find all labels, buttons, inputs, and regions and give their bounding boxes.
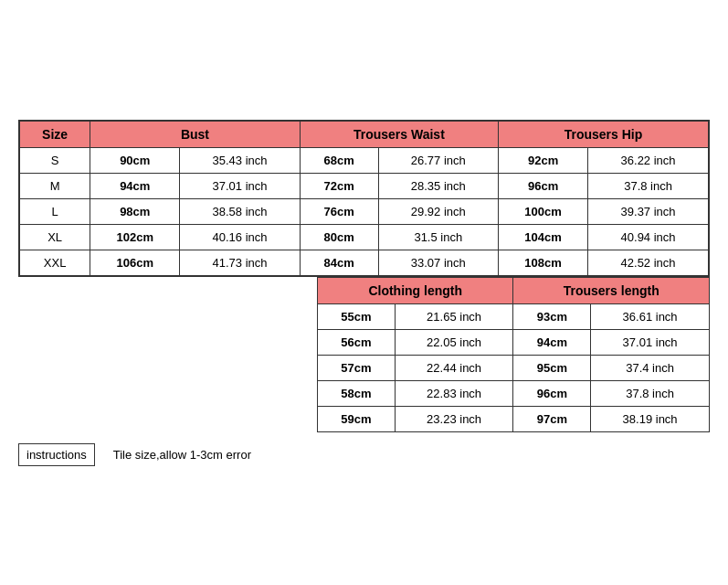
bottom-size-table: Clothing length Trousers length 55cm 21.… xyxy=(317,277,710,432)
size-cell: XL xyxy=(19,224,90,250)
tl-cm-cell: 93cm xyxy=(513,303,591,329)
instructions-text: Tile size,allow 1-3cm error xyxy=(113,448,251,462)
bust-cm-cell: 106cm xyxy=(90,250,180,276)
tl-inch-cell: 37.8 inch xyxy=(591,380,710,406)
table-row: XXL 106cm 41.73 inch 84cm 33.07 inch 108… xyxy=(19,250,709,276)
table-row: 57cm 22.44 inch 95cm 37.4 inch xyxy=(318,355,710,380)
hip-cm-cell: 104cm xyxy=(499,224,588,250)
table-row: L 98cm 38.58 inch 76cm 29.92 inch 100cm … xyxy=(19,198,709,224)
size-cell: S xyxy=(19,147,90,173)
bust-inch-cell: 35.43 inch xyxy=(180,147,300,173)
header-waist: Trousers Waist xyxy=(300,121,498,148)
bust-cm-cell: 94cm xyxy=(90,173,180,198)
bust-cm-cell: 98cm xyxy=(90,198,180,224)
cl-cm-cell: 58cm xyxy=(318,380,396,406)
tl-cm-cell: 94cm xyxy=(513,329,591,355)
tl-cm-cell: 96cm xyxy=(513,380,591,406)
table-row: XL 102cm 40.16 inch 80cm 31.5 inch 104cm… xyxy=(19,224,709,250)
header-size: Size xyxy=(19,121,90,148)
bust-inch-cell: 38.58 inch xyxy=(180,198,300,224)
hip-inch-cell: 37.8 inch xyxy=(588,173,709,198)
hip-cm-cell: 92cm xyxy=(499,147,588,173)
bust-inch-cell: 37.01 inch xyxy=(180,173,300,198)
bust-cm-cell: 90cm xyxy=(90,147,180,173)
hip-inch-cell: 40.94 inch xyxy=(588,224,709,250)
cl-inch-cell: 21.65 inch xyxy=(395,303,513,329)
waist-cm-cell: 80cm xyxy=(300,224,378,250)
header-hip: Trousers Hip xyxy=(499,121,709,148)
bust-cm-cell: 102cm xyxy=(90,224,180,250)
waist-cm-cell: 72cm xyxy=(300,173,378,198)
instructions-row: instructions Tile size,allow 1-3cm error xyxy=(18,443,710,466)
cl-cm-cell: 55cm xyxy=(318,303,396,329)
bust-inch-cell: 41.73 inch xyxy=(180,250,300,276)
bottom-section: Clothing length Trousers length 55cm 21.… xyxy=(18,277,710,432)
cl-cm-cell: 56cm xyxy=(318,329,396,355)
waist-inch-cell: 31.5 inch xyxy=(378,224,498,250)
cl-cm-cell: 57cm xyxy=(318,355,396,380)
hip-inch-cell: 42.52 inch xyxy=(588,250,709,276)
waist-inch-cell: 33.07 inch xyxy=(378,250,498,276)
hip-cm-cell: 108cm xyxy=(499,250,588,276)
size-cell: L xyxy=(19,198,90,224)
table-row: 55cm 21.65 inch 93cm 36.61 inch xyxy=(318,303,710,329)
tl-inch-cell: 37.01 inch xyxy=(591,329,710,355)
waist-cm-cell: 68cm xyxy=(300,147,378,173)
header-trousers-length: Trousers length xyxy=(513,277,710,303)
header-clothing-length: Clothing length xyxy=(318,277,513,303)
waist-inch-cell: 26.77 inch xyxy=(378,147,498,173)
header-bust: Bust xyxy=(90,121,301,148)
main-size-table: Size Bust Trousers Waist Trousers Hip S … xyxy=(18,120,710,277)
waist-cm-cell: 84cm xyxy=(300,250,378,276)
hip-inch-cell: 36.22 inch xyxy=(588,147,709,173)
hip-cm-cell: 96cm xyxy=(499,173,588,198)
cl-inch-cell: 23.23 inch xyxy=(395,406,513,431)
waist-inch-cell: 28.35 inch xyxy=(378,173,498,198)
waist-cm-cell: 76cm xyxy=(300,198,378,224)
cl-inch-cell: 22.83 inch xyxy=(395,380,513,406)
cl-inch-cell: 22.05 inch xyxy=(395,329,513,355)
table-row: 59cm 23.23 inch 97cm 38.19 inch xyxy=(318,406,710,431)
table-row: 56cm 22.05 inch 94cm 37.01 inch xyxy=(318,329,710,355)
tl-inch-cell: 37.4 inch xyxy=(591,355,710,380)
instructions-label: instructions xyxy=(18,443,95,466)
tl-cm-cell: 95cm xyxy=(513,355,591,380)
tl-inch-cell: 36.61 inch xyxy=(591,303,710,329)
tl-inch-cell: 38.19 inch xyxy=(591,406,710,431)
size-chart-container: Size Bust Trousers Waist Trousers Hip S … xyxy=(18,120,710,466)
table-row: 58cm 22.83 inch 96cm 37.8 inch xyxy=(318,380,710,406)
size-cell: M xyxy=(19,173,90,198)
hip-inch-cell: 39.37 inch xyxy=(588,198,709,224)
table-row: S 90cm 35.43 inch 68cm 26.77 inch 92cm 3… xyxy=(19,147,709,173)
tl-cm-cell: 97cm xyxy=(513,406,591,431)
waist-inch-cell: 29.92 inch xyxy=(378,198,498,224)
bust-inch-cell: 40.16 inch xyxy=(180,224,300,250)
cl-inch-cell: 22.44 inch xyxy=(395,355,513,380)
table-row: M 94cm 37.01 inch 72cm 28.35 inch 96cm 3… xyxy=(19,173,709,198)
cl-cm-cell: 59cm xyxy=(318,406,396,431)
size-cell: XXL xyxy=(19,250,90,276)
hip-cm-cell: 100cm xyxy=(499,198,588,224)
